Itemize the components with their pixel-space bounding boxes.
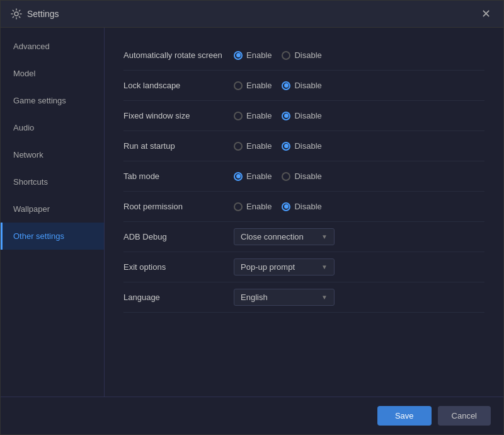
disable-fixed-window[interactable]: Disable	[282, 111, 321, 120]
label-adb-debug: ADB Debug	[123, 232, 234, 241]
window-title: Settings	[27, 9, 59, 19]
adb-debug-select[interactable]: Close connection ▼	[234, 228, 335, 245]
disable-tab-mode[interactable]: Disable	[282, 171, 321, 181]
enable-root-permission[interactable]: Enable	[234, 202, 272, 211]
label-exit-options: Exit options	[123, 262, 234, 272]
row-language: Language English ▼	[123, 282, 484, 313]
disable-label-4: Disable	[294, 141, 321, 151]
close-button[interactable]: ✕	[479, 7, 493, 21]
radio-disable-fixed-window-circle	[282, 112, 290, 120]
radio-group-root-permission: Enable Disable	[234, 202, 322, 211]
row-lock-landscape: Lock landscape Enable Disable	[123, 71, 484, 101]
sidebar-item-wallpaper[interactable]: Wallpaper	[1, 195, 104, 223]
enable-label-3: Enable	[246, 111, 272, 120]
enable-run-startup[interactable]: Enable	[234, 141, 272, 151]
label-tab-mode: Tab mode	[123, 171, 234, 181]
exit-options-select[interactable]: Pop-up prompt ▼	[234, 258, 335, 276]
sidebar: Advanced Model Game settings Audio Netwo…	[1, 28, 105, 397]
language-arrow-icon: ▼	[321, 294, 328, 301]
row-auto-rotate: Automatically rotate screen Enable Disab…	[123, 40, 484, 71]
radio-group-lock-landscape: Enable Disable	[234, 81, 322, 90]
disable-label-3: Disable	[294, 111, 321, 120]
content-area: Advanced Model Game settings Audio Netwo…	[1, 28, 503, 397]
main-content: Automatically rotate screen Enable Disab…	[105, 28, 503, 397]
sidebar-item-advanced[interactable]: Advanced	[1, 33, 104, 60]
language-select[interactable]: English ▼	[234, 289, 335, 306]
disable-auto-rotate[interactable]: Disable	[282, 50, 321, 60]
exit-options-value: Pop-up prompt	[241, 262, 295, 272]
row-tab-mode: Tab mode Enable Disable	[123, 161, 484, 192]
sidebar-item-shortcuts[interactable]: Shortcuts	[1, 168, 104, 195]
row-adb-debug: ADB Debug Close connection ▼	[123, 222, 484, 252]
enable-label: Enable	[246, 50, 272, 60]
sidebar-item-network[interactable]: Network	[1, 141, 104, 168]
enable-tab-mode[interactable]: Enable	[234, 171, 272, 181]
radio-disable-tab-mode-circle	[282, 172, 290, 181]
radio-enable-auto-rotate-circle	[234, 51, 243, 60]
radio-disable-run-startup-circle	[282, 142, 290, 151]
row-exit-options: Exit options Pop-up prompt ▼	[123, 252, 484, 282]
radio-enable-lock-landscape-circle	[234, 81, 243, 90]
radio-enable-tab-mode-circle	[234, 172, 243, 181]
radio-group-run-startup: Enable Disable	[234, 141, 322, 151]
disable-label: Disable	[294, 50, 321, 60]
save-button[interactable]: Save	[377, 406, 432, 426]
radio-enable-fixed-window-circle	[234, 112, 243, 120]
adb-debug-value: Close connection	[241, 232, 304, 241]
radio-enable-root-permission-circle	[234, 202, 243, 211]
label-run-startup: Run at startup	[123, 141, 234, 151]
sidebar-item-game-settings[interactable]: Game settings	[1, 87, 104, 114]
language-value: English	[241, 293, 268, 302]
row-run-startup: Run at startup Enable Disable	[123, 131, 484, 161]
adb-debug-arrow-icon: ▼	[321, 233, 328, 240]
enable-label-2: Enable	[246, 81, 272, 90]
radio-group-auto-rotate: Enable Disable	[234, 50, 322, 60]
enable-label-6: Enable	[246, 202, 272, 211]
label-language: Language	[123, 293, 234, 302]
sidebar-item-audio[interactable]: Audio	[1, 114, 104, 141]
enable-label-5: Enable	[246, 171, 272, 181]
title-bar-left: Settings	[11, 8, 59, 20]
radio-group-tab-mode: Enable Disable	[234, 171, 322, 181]
radio-disable-root-permission-circle	[282, 202, 290, 211]
cancel-button[interactable]: Cancel	[438, 406, 491, 426]
label-fixed-window: Fixed window size	[123, 111, 234, 120]
enable-auto-rotate[interactable]: Enable	[234, 50, 272, 60]
footer: Save Cancel	[1, 397, 503, 434]
radio-enable-run-startup-circle	[234, 142, 243, 151]
label-auto-rotate: Automatically rotate screen	[123, 50, 234, 60]
settings-dialog: Settings ✕ Advanced Model Game settings …	[0, 0, 504, 435]
settings-icon	[11, 8, 22, 20]
sidebar-item-other-settings[interactable]: Other settings	[1, 223, 104, 250]
disable-lock-landscape[interactable]: Disable	[282, 81, 321, 90]
enable-label-4: Enable	[246, 141, 272, 151]
row-root-permission: Root permission Enable Disable	[123, 192, 484, 222]
svg-point-0	[14, 12, 18, 16]
label-lock-landscape: Lock landscape	[123, 81, 234, 90]
disable-label-6: Disable	[294, 202, 321, 211]
radio-group-fixed-window: Enable Disable	[234, 111, 322, 120]
sidebar-item-model[interactable]: Model	[1, 60, 104, 87]
enable-lock-landscape[interactable]: Enable	[234, 81, 272, 90]
disable-root-permission[interactable]: Disable	[282, 202, 321, 211]
row-fixed-window: Fixed window size Enable Disable	[123, 101, 484, 131]
enable-fixed-window[interactable]: Enable	[234, 111, 272, 120]
disable-label-5: Disable	[294, 171, 321, 181]
disable-run-startup[interactable]: Disable	[282, 141, 321, 151]
radio-disable-auto-rotate-circle	[282, 51, 290, 60]
disable-label-2: Disable	[294, 81, 321, 90]
label-root-permission: Root permission	[123, 202, 234, 211]
radio-disable-lock-landscape-circle	[282, 81, 290, 90]
exit-options-arrow-icon: ▼	[321, 264, 328, 270]
title-bar: Settings ✕	[1, 1, 503, 28]
